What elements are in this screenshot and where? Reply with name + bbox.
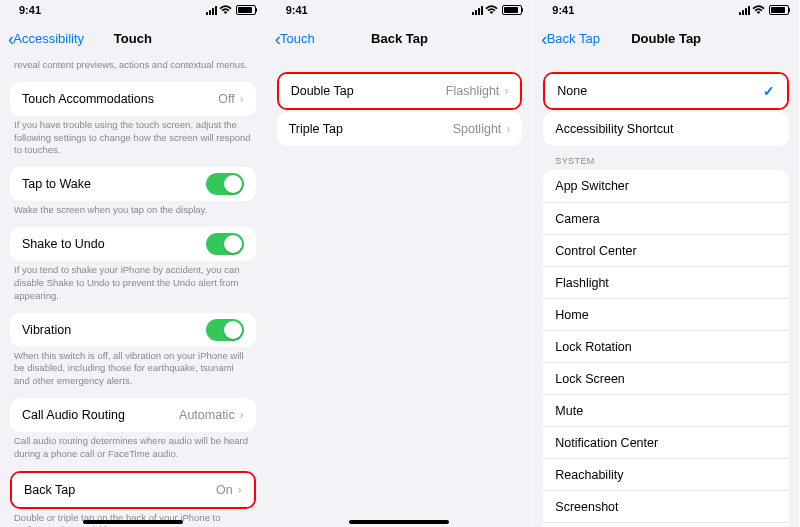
cell-vibration[interactable]: Vibration: [10, 313, 256, 347]
home-indicator[interactable]: [349, 520, 449, 524]
tap-to-wake-note: Wake the screen when you tap on the disp…: [0, 201, 266, 227]
wifi-icon: [752, 5, 765, 15]
page-title: Back Tap: [371, 31, 428, 46]
chevron-right-icon: ›: [240, 92, 244, 106]
chevron-right-icon: ›: [238, 483, 242, 497]
cell-control-center[interactable]: Control Center: [543, 234, 789, 266]
group-back-tap: Back Tap On›: [10, 471, 256, 509]
panel-back-tap: 9:41 ‹ Touch Back Tap Double Tap Flashli…: [267, 0, 534, 527]
cell-mute[interactable]: Mute: [543, 394, 789, 426]
cell-triple-tap[interactable]: Triple Tap Spotlight›: [277, 112, 523, 146]
cell-lock-rotation[interactable]: Lock Rotation: [543, 330, 789, 362]
status-icons: [472, 5, 522, 15]
page-title: Double Tap: [631, 31, 701, 46]
status-icons: [739, 5, 789, 15]
group-vibration: Vibration: [10, 313, 256, 347]
cell-value: On: [216, 483, 233, 497]
cell-camera[interactable]: Camera: [543, 202, 789, 234]
home-indicator[interactable]: [83, 520, 183, 524]
cell-back-tap[interactable]: Back Tap On›: [12, 473, 254, 507]
cell-label: Lock Rotation: [555, 340, 631, 354]
cell-app-switcher[interactable]: App Switcher: [543, 170, 789, 202]
cell-label: App Switcher: [555, 179, 629, 193]
cell-label: Back Tap: [24, 483, 75, 497]
cell-value: Off: [218, 92, 234, 106]
cell-flashlight[interactable]: Flashlight: [543, 266, 789, 298]
cell-shake-to-undo[interactable]: Shake to Undo: [10, 227, 256, 261]
status-bar: 9:41: [267, 0, 533, 20]
group-touch-accommodations: Touch Accommodations Off›: [10, 82, 256, 116]
toggle-on[interactable]: [206, 233, 244, 255]
cell-screenshot[interactable]: Screenshot: [543, 490, 789, 522]
cell-notification-center[interactable]: Notification Center: [543, 426, 789, 458]
cell-label: Control Center: [555, 244, 636, 258]
reveal-note: reveal content previews, actions and con…: [0, 56, 266, 82]
cell-call-audio-routing[interactable]: Call Audio Routing Automatic›: [10, 398, 256, 432]
group-accessibility-shortcut: Accessibility Shortcut: [543, 112, 789, 146]
back-button-back-tap[interactable]: ‹ Back Tap: [541, 29, 600, 48]
nav-bar: ‹ Touch Back Tap: [267, 20, 533, 56]
wifi-icon: [485, 5, 498, 15]
status-time: 9:41: [286, 4, 308, 16]
signal-icon: [472, 6, 483, 15]
cell-label: Accessibility Shortcut: [555, 122, 673, 136]
cell-value: Automatic: [179, 408, 235, 422]
group-tap-to-wake: Tap to Wake: [10, 167, 256, 201]
chevron-right-icon: ›: [240, 408, 244, 422]
cell-double-tap[interactable]: Double Tap Flashlight›: [279, 74, 521, 108]
nav-bar: ‹ Back Tap Double Tap: [533, 20, 799, 56]
page-title: Touch: [114, 31, 152, 46]
vibration-note: When this switch is off, all vibration o…: [0, 347, 266, 398]
call-audio-note: Call audio routing determines where audi…: [0, 432, 266, 471]
shake-to-undo-note: If you tend to shake your iPhone by acci…: [0, 261, 266, 312]
checkmark-icon: ✓: [763, 83, 775, 99]
touch-accommodations-note: If you have trouble using the touch scre…: [0, 116, 266, 167]
cell-label: Double Tap: [291, 84, 354, 98]
cell-label: Tap to Wake: [22, 177, 91, 191]
cell-accessibility-shortcut[interactable]: Accessibility Shortcut: [543, 112, 789, 146]
chevron-right-icon: ›: [504, 84, 508, 98]
status-time: 9:41: [552, 4, 574, 16]
back-tap-note: Double or triple tap on the back of your…: [0, 509, 266, 527]
cell-label: Touch Accommodations: [22, 92, 154, 106]
back-label: Touch: [280, 31, 315, 46]
cell-label: Screenshot: [555, 500, 618, 514]
panel-double-tap-options: 9:41 ‹ Back Tap Double Tap None ✓ Access…: [533, 0, 800, 527]
cell-value: Spotlight: [453, 122, 502, 136]
battery-icon: [236, 5, 256, 15]
section-header-system: SYSTEM: [533, 146, 799, 170]
group-system-actions: App Switcher Camera Control Center Flash…: [543, 170, 789, 527]
panel-touch-settings: 9:41 ‹ Accessibility Touch reveal conten…: [0, 0, 267, 527]
cell-shake[interactable]: Shake: [543, 522, 789, 527]
back-button-touch[interactable]: ‹ Touch: [275, 29, 315, 48]
wifi-icon: [219, 5, 232, 15]
cell-label: Lock Screen: [555, 372, 624, 386]
cell-reachability[interactable]: Reachability: [543, 458, 789, 490]
signal-icon: [206, 6, 217, 15]
status-icons: [206, 5, 256, 15]
cell-label: Mute: [555, 404, 583, 418]
group-triple-tap: Triple Tap Spotlight›: [277, 112, 523, 146]
cell-lock-screen[interactable]: Lock Screen: [543, 362, 789, 394]
group-shake-to-undo: Shake to Undo: [10, 227, 256, 261]
cell-label: Camera: [555, 212, 599, 226]
group-call-audio: Call Audio Routing Automatic›: [10, 398, 256, 432]
status-time: 9:41: [19, 4, 41, 16]
cell-label: Shake to Undo: [22, 237, 105, 251]
back-button-accessibility[interactable]: ‹ Accessibility: [8, 29, 84, 48]
cell-label: None: [557, 84, 587, 98]
cell-home[interactable]: Home: [543, 298, 789, 330]
cell-touch-accommodations[interactable]: Touch Accommodations Off›: [10, 82, 256, 116]
cell-tap-to-wake[interactable]: Tap to Wake: [10, 167, 256, 201]
cell-label: Vibration: [22, 323, 71, 337]
cell-none[interactable]: None ✓: [545, 74, 787, 108]
cell-label: Call Audio Routing: [22, 408, 125, 422]
chevron-right-icon: ›: [506, 122, 510, 136]
status-bar: 9:41: [0, 0, 266, 20]
back-label: Accessibility: [13, 31, 84, 46]
back-label: Back Tap: [547, 31, 600, 46]
toggle-on[interactable]: [206, 319, 244, 341]
cell-label: Triple Tap: [289, 122, 343, 136]
cell-label: Flashlight: [555, 276, 609, 290]
toggle-on[interactable]: [206, 173, 244, 195]
